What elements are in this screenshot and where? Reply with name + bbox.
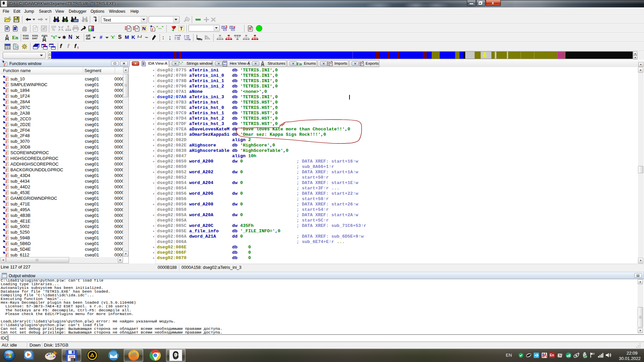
svg-text:C.l5N: C.l5N xyxy=(184,37,189,39)
svg-text:R: R xyxy=(44,44,46,48)
svg-text:DAT: DAT xyxy=(14,47,18,49)
svg-text:64·: 64· xyxy=(71,359,75,361)
svg-text:C.l5N: C.l5N xyxy=(175,39,180,41)
